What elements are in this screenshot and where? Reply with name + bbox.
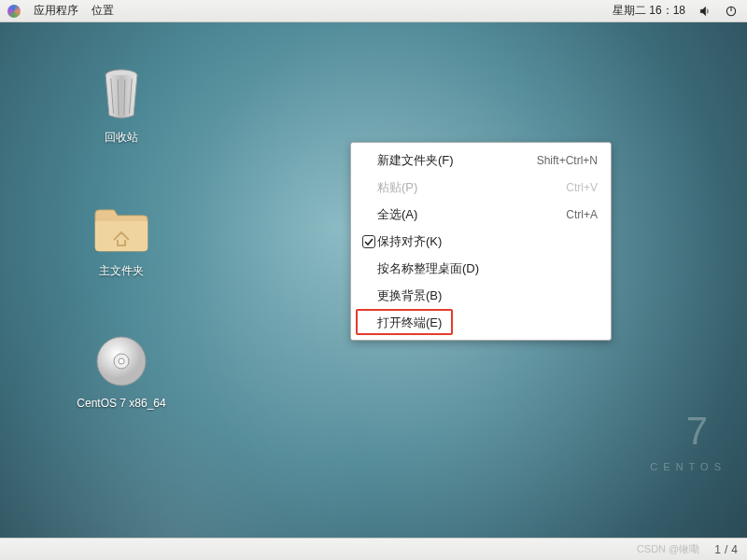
disc-icon-item[interactable]: CentOS 7 x86_64 — [65, 331, 177, 410]
trash-icon-item[interactable]: 回收站 — [65, 64, 177, 146]
menu-open-terminal[interactable]: 打开终端(E) — [351, 309, 611, 336]
desktop-context-menu: 新建文件夹(F) Shift+Ctrl+N 粘贴(P) Ctrl+V 全选(A)… — [350, 142, 612, 341]
folder-icon — [92, 198, 151, 258]
power-icon[interactable] — [725, 5, 738, 18]
menu-select-all[interactable]: 全选(A) Ctrl+A — [351, 201, 611, 228]
menu-item-label: 更换背景(B) — [377, 287, 442, 304]
menu-item-label: 打开终端(E) — [377, 315, 442, 331]
menu-shortcut: Ctrl+A — [566, 208, 598, 221]
home-label: 主文件夹 — [99, 263, 144, 279]
disc-icon — [92, 331, 151, 391]
applications-menu[interactable]: 应用程序 — [34, 3, 78, 19]
home-folder-item[interactable]: 主文件夹 — [65, 198, 177, 279]
desktop[interactable]: 7 CENTOS 回收站 — [0, 22, 747, 538]
trash-label: 回收站 — [105, 130, 138, 146]
top-panel-left: 应用程序 位置 — [0, 3, 114, 19]
menu-shortcut: Shift+Ctrl+N — [537, 154, 598, 167]
wallpaper-seven: 7 — [686, 409, 710, 454]
activities-icon[interactable] — [7, 5, 21, 18]
menu-item-label: 保持对齐(K) — [377, 233, 442, 250]
svg-point-9 — [119, 358, 124, 364]
workspace-current: 1 — [714, 543, 721, 556]
menu-item-label: 全选(A) — [377, 206, 417, 223]
workspace-switcher[interactable]: 1 / 4 — [714, 543, 738, 556]
menu-keep-aligned[interactable]: 保持对齐(K) — [351, 228, 611, 255]
clock[interactable]: 星期二 16：18 — [613, 3, 685, 19]
top-panel-right: 星期二 16：18 — [613, 3, 747, 19]
trash-icon — [92, 64, 151, 124]
workspace-total: 4 — [731, 543, 738, 556]
top-panel: 应用程序 位置 星期二 16：18 — [0, 0, 747, 22]
disc-label: CentOS 7 x86_64 — [77, 397, 165, 410]
menu-change-background[interactable]: 更换背景(B) — [351, 282, 611, 309]
volume-icon[interactable] — [698, 5, 712, 18]
menu-paste: 粘贴(P) Ctrl+V — [351, 174, 611, 201]
menu-item-label: 粘贴(P) — [377, 179, 417, 196]
menu-organize-by-name[interactable]: 按名称整理桌面(D) — [351, 255, 611, 282]
workspace-sep: / — [725, 543, 727, 556]
menu-item-label: 按名称整理桌面(D) — [377, 260, 479, 277]
watermark-text: CSDN @锹嘞 — [637, 542, 699, 556]
places-menu[interactable]: 位置 — [92, 3, 114, 19]
checked-icon — [362, 235, 375, 248]
menu-item-label: 新建文件夹(F) — [377, 152, 454, 169]
wallpaper-centos: CENTOS — [650, 461, 726, 472]
menu-new-folder[interactable]: 新建文件夹(F) Shift+Ctrl+N — [351, 147, 611, 174]
bottom-panel: CSDN @锹嘞 1 / 4 — [0, 538, 747, 560]
desktop-icon-column: 回收站 主文件夹 CentOS 7 — [65, 64, 177, 410]
menu-shortcut: Ctrl+V — [566, 181, 598, 194]
